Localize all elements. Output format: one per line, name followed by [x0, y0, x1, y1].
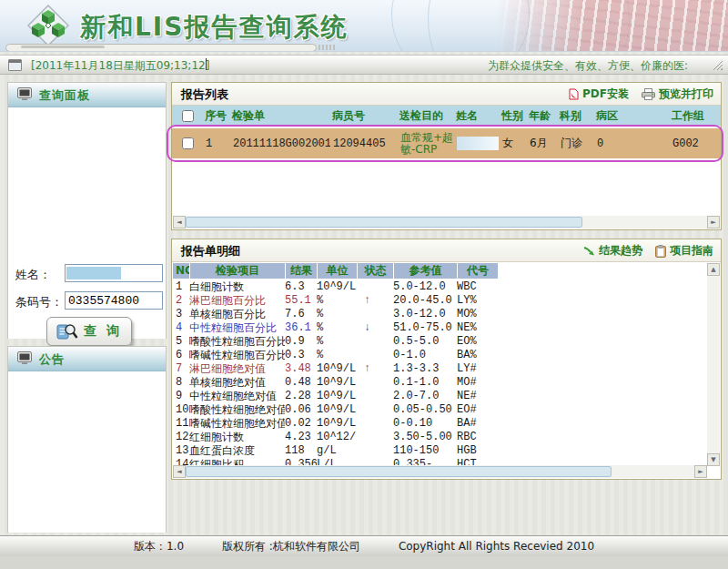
report-list-titlebar: 报告列表 PDF安装 预览并打印	[172, 83, 721, 106]
report-list-header-row: 序号 检验单 病员号 送检目的 姓名 性别 年龄 科别 病区 工作组	[172, 106, 721, 126]
barcode-input[interactable]	[66, 292, 162, 309]
footer: 版本：1.0 版权所有 :杭和软件有限公司 CopyRight All Righ…	[0, 535, 728, 557]
table-row[interactable]: 13 血红蛋白浓度 118 g/L 110-150 HGB	[173, 444, 498, 458]
resize-grip[interactable]	[713, 60, 723, 70]
search-button[interactable]: 查 询	[46, 317, 132, 346]
detail-cell-code: HGB	[457, 444, 498, 458]
text-cursor	[206, 58, 207, 70]
report-detail-panel: 报告单明细 结果趋势 项目指南	[171, 239, 722, 480]
table-row[interactable]: 5 嗜酸性粒细胞百分比 0.9 % 0.5-5.0 EO%	[173, 335, 498, 349]
scroll-down-button[interactable]: ▼	[707, 453, 720, 466]
cell-seq: 1	[203, 137, 230, 150]
scroll-left-button[interactable]: ◄	[173, 216, 186, 229]
detail-cell-code: BA%	[457, 349, 498, 362]
query-panel-body: 姓名： 条码号： 查 询	[8, 107, 166, 339]
query-panel-title: 查询面板	[39, 87, 90, 104]
name-input-box	[65, 264, 163, 282]
detail-cell-no: 1	[173, 280, 189, 294]
cell-gender: 女	[500, 136, 527, 151]
detail-cell-result: 118	[285, 444, 317, 458]
detail-cell-result: 0.356	[285, 458, 317, 465]
table-row[interactable]: 7 淋巴细胞绝对值 3.48 10^9/L ↑ 1.3-3.3 LY#	[173, 362, 498, 376]
row-checkbox[interactable]	[182, 137, 194, 149]
pdf-install-link[interactable]: PDF安装	[569, 86, 629, 102]
detail-cell-no: 9	[173, 390, 189, 403]
report-detail-title: 报告单明细	[181, 243, 240, 259]
detail-cell-code: BA#	[457, 417, 498, 431]
result-trend-link[interactable]: 结果趋势	[583, 243, 642, 259]
detail-cell-no: 4	[173, 321, 189, 335]
scrollbar-thumb[interactable]	[186, 217, 582, 228]
slider-decoration	[5, 44, 317, 52]
table-row[interactable]: 8 单核细胞绝对值 0.48 10^9/L 0.1-1.0 MO#	[173, 376, 498, 390]
bottom-strip	[0, 556, 728, 569]
detail-cell-code: LY#	[457, 362, 498, 376]
detail-cell-result: 0.02	[285, 417, 317, 431]
table-row[interactable]: 3 单核细胞百分比 7.6 % 3.0-12.0 MO%	[173, 308, 498, 321]
window-icon	[8, 59, 22, 71]
abnormal-flag-icon: ↑	[357, 362, 393, 376]
detail-cell-item: 嗜酸性粒细胞绝对值	[189, 403, 285, 417]
detail-cell-ref: 0.5-5.0	[393, 335, 457, 349]
detail-cell-unit: 10^9/L	[317, 362, 357, 376]
table-row[interactable]: 14 红细胞比积 0.356 L/L 0.335- HCT	[173, 458, 498, 465]
detail-cell-item: 中性粒细胞绝对值	[189, 390, 285, 403]
col-no: NO	[173, 263, 189, 279]
cell-dept: 门诊	[558, 136, 594, 151]
pdf-install-label: PDF安装	[582, 86, 629, 102]
cell-workgroup: G002	[670, 137, 721, 150]
scroll-right-button[interactable]: ►	[694, 465, 707, 478]
table-row[interactable]: 10 嗜酸性粒细胞绝对值 0.06 10^9/L 0.05-0.50 EO#	[173, 403, 498, 417]
detail-cell-no: 8	[173, 376, 189, 390]
table-row[interactable]: 1 20111118G0020017 12094405 血常规+超敏-CRP 女…	[172, 128, 721, 158]
monitor-icon	[17, 351, 32, 364]
report-detail-header-row: NO 检验项目 结果 单位 状态 参考值 代号	[173, 263, 498, 279]
detail-cell-no: 12	[173, 431, 189, 444]
scrollbar-track[interactable]	[707, 276, 720, 453]
table-row[interactable]: 2 淋巴细胞百分比 55.1 % ↑ 20.0-45.0 LY%	[173, 294, 498, 308]
detail-cell-unit: 10^9/L	[317, 390, 357, 403]
detail-cell-ref: 0-0.10	[393, 417, 457, 431]
item-guide-link[interactable]: 项目指南	[655, 243, 713, 259]
table-row[interactable]: 6 嗜碱性粒细胞百分比 0.3 % 0-1.0 BA%	[173, 349, 498, 362]
detail-cell-ref: 110-150	[393, 444, 457, 458]
barcode-label: 条码号：	[15, 294, 63, 310]
table-row[interactable]: 12 红细胞计数 4.23 10^12/L 3.50-5.00 RBC	[173, 431, 498, 444]
detail-cell-ref: 3.50-5.00	[393, 431, 457, 444]
table-row[interactable]: 11 嗜碱性粒细胞绝对值 0.02 10^9/L 0-0.10 BA#	[173, 417, 498, 431]
scroll-up-button[interactable]: ▲	[707, 263, 720, 276]
detail-cell-item: 嗜酸性粒细胞百分比	[189, 335, 285, 349]
cell-age: 6月	[527, 136, 558, 151]
search-button-label: 查 询	[84, 323, 122, 340]
detail-cell-ref: 0-1.0	[393, 349, 457, 362]
notice-panel-title: 公告	[39, 351, 65, 368]
select-all-checkbox[interactable]	[182, 110, 194, 122]
table-row[interactable]: 9 中性粒细胞绝对值 2.28 10^9/L 2.0-7.0 NE#	[173, 390, 498, 403]
detail-cell-code: NE#	[457, 390, 498, 403]
col-code: 代号	[457, 263, 498, 279]
scrollbar-thumb[interactable]	[186, 466, 612, 477]
keyboard-decoration-image	[496, 0, 728, 51]
col-status: 状态	[357, 263, 393, 279]
redacted-name-highlight	[457, 137, 499, 150]
notice-panel: 公告	[7, 346, 167, 533]
scroll-right-button[interactable]: ►	[707, 216, 720, 229]
table-row[interactable]: 1 白细胞计数 6.3 10^9/L 5.0-12.0 WBC	[173, 280, 498, 294]
detail-cell-code: EO%	[457, 335, 498, 349]
col-ward: 病区	[594, 108, 670, 124]
abnormal-flag-icon: ↑	[357, 294, 393, 308]
preview-print-link[interactable]: 预览并打印	[642, 86, 713, 102]
detail-cell-item: 血红蛋白浓度	[189, 444, 285, 458]
col-result: 结果	[285, 263, 317, 279]
notice-panel-body	[8, 371, 166, 533]
col-order-no: 检验单	[230, 108, 330, 124]
detail-cell-result: 3.48	[285, 362, 317, 376]
item-guide-label: 项目指南	[670, 243, 713, 259]
copyright-cn-text: 版权所有 :杭和软件有限公司	[222, 539, 360, 554]
detail-cell-code: NE%	[457, 321, 498, 335]
detail-cell-no: 6	[173, 349, 189, 362]
detail-cell-unit: %	[317, 308, 357, 321]
detail-cell-ref: 5.0-12.0	[393, 280, 457, 294]
table-row[interactable]: 4 中性粒细胞百分比 36.1 % ↓ 51.0-75.0 NE%	[173, 321, 498, 335]
scroll-left-button[interactable]: ◄	[173, 465, 186, 478]
